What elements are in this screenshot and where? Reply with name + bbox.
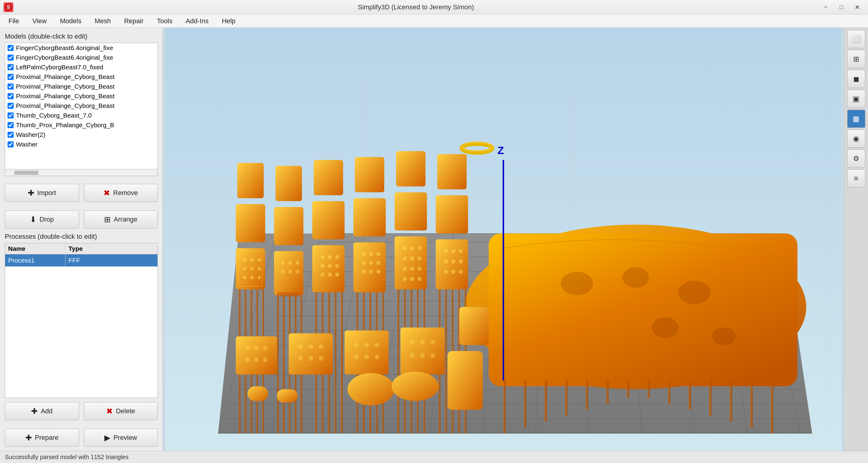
svg-rect-105 (341, 292, 343, 433)
svg-point-179 (375, 343, 379, 348)
models-hscrollbar[interactable] (5, 169, 158, 176)
close-button[interactable]: ✕ (850, 2, 864, 13)
svg-point-175 (319, 356, 323, 361)
toolbar-btn-cube[interactable]: ◼ (847, 70, 865, 88)
left-panel: Models (double-click to edit) FingerCybo… (0, 28, 163, 451)
model-name-label: Proximal_Phalange_Cyborg_Beast (16, 93, 115, 100)
model-checkbox[interactable] (7, 84, 13, 90)
svg-point-180 (354, 355, 359, 359)
svg-point-190 (347, 373, 395, 405)
svg-rect-124 (355, 157, 384, 192)
list-item[interactable]: FingerCyborgBeast6.4original_fixe (5, 43, 157, 53)
delete-process-button[interactable]: ✖ Delete (84, 402, 158, 420)
toolbar-btn-wireframe[interactable]: ▣ (847, 90, 865, 108)
svg-rect-83 (277, 295, 279, 433)
arrange-button[interactable]: ⊞ Arrange (84, 210, 158, 229)
toolbar-btn-fit[interactable]: ⊞ (847, 50, 865, 68)
right-toolbar: ⬜⊞◼▣▦◉⚙≡ (844, 28, 868, 451)
menu-item-mesh[interactable]: Mesh (89, 15, 117, 27)
menu-item-tools[interactable]: Tools (151, 15, 178, 27)
add-process-button[interactable]: ✚ Add (5, 402, 79, 420)
import-icon: ✚ (28, 188, 34, 198)
toolbar-btn-perspective[interactable]: ⬜ (847, 30, 865, 48)
prepare-label: Prepare (35, 434, 59, 441)
model-name-label: Proximal_Phalange_Cyborg_Beast (16, 83, 115, 90)
svg-point-132 (403, 267, 407, 271)
model-checkbox[interactable] (7, 74, 13, 80)
svg-point-129 (403, 257, 407, 261)
svg-rect-57 (771, 381, 773, 433)
svg-point-67 (250, 276, 254, 279)
prepare-button[interactable]: ✚ Prepare (5, 429, 79, 447)
menu-item-repair[interactable]: Repair (118, 15, 150, 27)
svg-point-110 (369, 252, 373, 256)
preview-button[interactable]: ▶ Preview (84, 429, 158, 447)
process-type-cell: FFF (65, 255, 157, 266)
list-item[interactable]: FingerCyborgBeast6.4original_fixe (5, 53, 157, 62)
model-checkbox[interactable] (7, 64, 13, 70)
list-item[interactable]: Thumb_Prox_Phalange_Cyborg_B (5, 120, 157, 130)
model-name-label: FingerCyborgBeast6.4original_fixe (16, 44, 113, 52)
toolbar-btn-layers[interactable]: ≡ (847, 169, 865, 188)
list-item[interactable]: Washer(2) (5, 130, 157, 139)
model-checkbox[interactable] (7, 45, 13, 51)
list-item[interactable]: LeftPalmCyborgBeast7.0_fixed (5, 62, 157, 72)
model-name-label: Thumb_Prox_Phalange_Cyborg_B (16, 122, 114, 129)
toolbar-btn-settings[interactable]: ⚙ (847, 150, 865, 168)
model-checkbox[interactable] (7, 93, 13, 99)
model-checkbox[interactable] (7, 55, 13, 61)
prepare-preview-row: ✚ Prepare ▶ Preview (5, 429, 158, 447)
model-name-label: Washer (16, 141, 38, 148)
svg-point-112 (362, 261, 366, 265)
svg-point-100 (335, 272, 339, 277)
svg-rect-53 (688, 381, 691, 410)
svg-point-137 (417, 277, 422, 281)
delete-process-icon: ✖ (106, 407, 113, 416)
svg-rect-54 (709, 381, 712, 416)
toolbar-btn-active-view[interactable]: ▦ (847, 110, 865, 128)
viewport[interactable]: Z (163, 28, 844, 451)
svg-point-173 (298, 356, 303, 361)
menu-item-file[interactable]: File (2, 15, 25, 27)
svg-point-189 (430, 353, 435, 358)
model-name-label: Thumb_Cyborg_Beast_7.0 (16, 112, 92, 119)
svg-point-81 (288, 270, 292, 273)
list-item[interactable]: Proximal_Phalange_Cyborg_Beast (5, 82, 157, 91)
model-name-label: Proximal_Phalange_Cyborg_Beast (16, 73, 115, 80)
titlebar: S Simplify3D (Licensed to Jeremy Simon) … (0, 0, 868, 14)
svg-point-188 (420, 353, 425, 358)
svg-rect-44 (503, 381, 506, 433)
menu-item-view[interactable]: View (26, 15, 53, 27)
svg-point-182 (375, 355, 379, 359)
menu-item-help[interactable]: Help (216, 15, 241, 27)
svg-point-82 (296, 270, 300, 273)
svg-point-117 (376, 269, 381, 274)
svg-point-171 (309, 344, 313, 349)
3d-scene-svg: Z (163, 28, 844, 451)
svg-rect-108 (353, 242, 386, 292)
import-button[interactable]: ✚ Import (5, 184, 79, 202)
model-checkbox[interactable] (7, 122, 13, 128)
svg-point-113 (369, 261, 373, 265)
table-row[interactable]: Process1FFF (5, 255, 157, 266)
menu-item-models[interactable]: Models (54, 15, 88, 27)
svg-rect-138 (398, 289, 399, 433)
model-checkbox[interactable] (7, 141, 13, 147)
app-icon: S (4, 2, 13, 12)
menu-item-addins[interactable]: Add-Ins (180, 15, 215, 27)
remove-button[interactable]: ✖ Remove (84, 184, 158, 202)
toolbar-btn-solid[interactable]: ◉ (847, 130, 865, 148)
list-item[interactable]: Proximal_Phalange_Cyborg_Beast (5, 91, 157, 101)
model-checkbox[interactable] (7, 103, 13, 109)
list-item[interactable]: Proximal_Phalange_Cyborg_Beast (5, 101, 157, 111)
svg-point-96 (328, 264, 332, 268)
list-item[interactable]: Washer (5, 139, 157, 149)
models-list[interactable]: FingerCyborgBeast6.4original_fixeFingerC… (5, 43, 158, 169)
drop-button[interactable]: ⬇ Drop (5, 210, 79, 229)
model-checkbox[interactable] (7, 112, 13, 119)
minimize-button[interactable]: − (818, 2, 833, 13)
list-item[interactable]: Proximal_Phalange_Cyborg_Beast (5, 72, 157, 82)
list-item[interactable]: Thumb_Cyborg_Beast_7.0 (5, 111, 157, 120)
model-checkbox[interactable] (7, 132, 13, 138)
restore-button[interactable]: □ (834, 2, 849, 13)
